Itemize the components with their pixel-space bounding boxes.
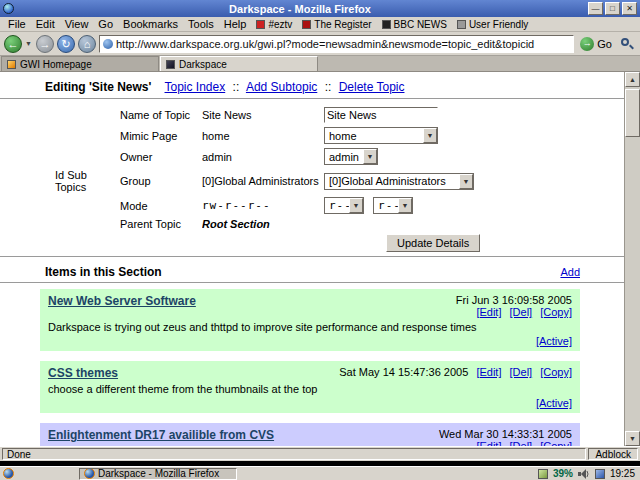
del-link[interactable]: [Del]: [510, 366, 533, 378]
bookmark-icon: [382, 20, 391, 29]
minimize-button[interactable]: —: [588, 2, 603, 15]
update-details-button[interactable]: Update Details: [386, 234, 480, 252]
tab-darkspace[interactable]: Darkspace: [160, 56, 318, 71]
dropdown-arrow-icon: ▼: [349, 198, 363, 213]
page-heading-row: Editing 'Site News' Topic Index :: Add S…: [45, 80, 580, 94]
mode-group-select[interactable]: r-- ▼: [324, 197, 364, 214]
title-bar[interactable]: Darkspace - Mozilla Firefox — □ ✕: [0, 0, 640, 17]
id-sub-topics-label: Id Sub Topics: [40, 169, 120, 193]
owner-label: Owner: [120, 151, 202, 163]
mode-other-select[interactable]: r-- ▼: [373, 197, 413, 214]
copy-link[interactable]: [Copy]: [540, 440, 572, 446]
news-item-date: Wed Mar 30 14:33:31 2005: [439, 428, 572, 440]
del-link[interactable]: [Del]: [510, 306, 533, 318]
close-button[interactable]: ✕: [622, 2, 637, 15]
scroll-up-button[interactable]: ▲: [625, 72, 640, 87]
menu-bookmarks[interactable]: Bookmarks: [119, 18, 182, 30]
clock[interactable]: 19:25: [610, 468, 638, 479]
tab-gwi-homepage[interactable]: GWI Homepage: [1, 56, 159, 71]
scroll-down-button[interactable]: ▼: [625, 431, 640, 446]
mimic-page-label: Mimic Page: [120, 130, 202, 142]
owner-select[interactable]: admin ▼: [324, 148, 378, 165]
copy-link[interactable]: [Copy]: [540, 306, 572, 318]
back-button[interactable]: ←: [4, 35, 22, 53]
window-icon: [3, 3, 14, 14]
edit-link[interactable]: [Edit]: [476, 366, 501, 378]
news-item: Enlightenment DR17 availible from CVS We…: [40, 423, 580, 446]
system-tray: 39% 19:25: [538, 468, 638, 479]
url-bar: [99, 35, 574, 53]
topic-index-link[interactable]: Topic Index: [165, 80, 226, 94]
taskbar-window-button[interactable]: Darkspace - Mozilla Firefox: [79, 468, 237, 480]
menu-view[interactable]: View: [61, 18, 93, 30]
menu-help[interactable]: Help: [220, 18, 251, 30]
mode-label: Mode: [120, 200, 202, 212]
tab-bar: GWI Homepage Darkspace: [0, 56, 640, 72]
tray-icon[interactable]: [538, 469, 548, 479]
add-subtopic-link[interactable]: Add Subtopic: [246, 80, 317, 94]
active-link[interactable]: [Active]: [536, 397, 572, 409]
firefox-icon: [3, 468, 14, 479]
news-item-list: New Web Server Software Fri Jun 3 16:09:…: [40, 289, 580, 446]
active-link[interactable]: [Active]: [536, 335, 572, 347]
scrollbar-track[interactable]: [625, 87, 640, 431]
tab-favicon-icon: [166, 60, 175, 69]
topic-name-input[interactable]: [324, 107, 438, 123]
bookmark-user-friendly[interactable]: User Friendly: [453, 19, 532, 30]
taskbar: Darkspace - Mozilla Firefox 39% 19:25: [0, 466, 640, 480]
scrollbar-thumb[interactable]: [625, 89, 640, 137]
del-link[interactable]: [Del]: [510, 440, 533, 446]
page-title: Editing 'Site News': [45, 80, 151, 94]
tab-favicon-icon: [7, 60, 16, 69]
search-icon[interactable]: [618, 35, 636, 53]
bookmark-the-register[interactable]: The Register: [298, 19, 375, 30]
delete-topic-link[interactable]: Delete Topic: [339, 80, 405, 94]
group-value: [0]Global Administrators: [202, 175, 324, 187]
mode-value: rw-r--r--: [202, 199, 324, 212]
firefox-icon: [84, 468, 95, 479]
news-item: New Web Server Software Fri Jun 3 16:09:…: [40, 289, 580, 351]
menu-bar: File Edit View Go Bookmarks Tools Help #…: [0, 17, 640, 32]
firefox-launcher[interactable]: [2, 468, 15, 480]
back-history-dropdown[interactable]: ▼: [25, 40, 33, 47]
group-select[interactable]: [0]Global Administrators ▼: [324, 173, 474, 190]
news-item-title-link[interactable]: Enlightenment DR17 availible from CVS: [48, 428, 274, 442]
menu-tools[interactable]: Tools: [184, 18, 218, 30]
news-item: CSS themes Sat May 14 15:47:36 2005 [Edi…: [40, 361, 580, 413]
bookmark-bbc-news[interactable]: BBC NEWS: [378, 19, 451, 30]
mimic-page-select[interactable]: home ▼: [324, 127, 438, 144]
bookmark-eztv[interactable]: #eztv: [252, 19, 296, 30]
group-label: Group: [120, 175, 202, 187]
name-of-topic-label: Name of Topic: [120, 109, 202, 121]
go-label: Go: [597, 38, 612, 50]
news-item-title-link[interactable]: New Web Server Software: [48, 294, 196, 308]
url-input[interactable]: [116, 37, 570, 51]
go-arrow-icon: →: [580, 37, 594, 51]
news-item-description: choose a different theme from the thumbn…: [48, 383, 478, 396]
news-item-title-link[interactable]: CSS themes: [48, 366, 118, 380]
forward-button[interactable]: →: [36, 35, 54, 53]
tray-icon[interactable]: [595, 469, 605, 479]
edit-link[interactable]: [Edit]: [476, 306, 501, 318]
menu-go[interactable]: Go: [94, 18, 117, 30]
adblock-button[interactable]: Adblock: [588, 448, 638, 460]
home-button[interactable]: ⌂: [78, 35, 96, 53]
dropdown-arrow-icon: ▼: [363, 149, 377, 164]
add-link[interactable]: Add: [560, 266, 580, 278]
owner-value: admin: [202, 151, 324, 163]
edit-link[interactable]: [Edit]: [476, 440, 501, 446]
go-button[interactable]: → Go: [577, 37, 615, 51]
section-title: Items in this Section: [45, 265, 560, 279]
menu-file[interactable]: File: [4, 18, 30, 30]
tab-label: Darkspace: [179, 59, 227, 70]
reload-button[interactable]: ↻: [57, 35, 75, 53]
volume-icon[interactable]: [578, 469, 590, 479]
maximize-button[interactable]: □: [605, 2, 620, 15]
divider: [0, 282, 624, 283]
copy-link[interactable]: [Copy]: [540, 366, 572, 378]
vertical-scrollbar[interactable]: ▲ ▼: [624, 72, 640, 446]
menu-edit[interactable]: Edit: [32, 18, 59, 30]
news-item-description: Darkspace is trying out zeus and thttpd …: [48, 321, 478, 334]
separator: ::: [233, 80, 240, 94]
web-page: Editing 'Site News' Topic Index :: Add S…: [0, 72, 624, 446]
